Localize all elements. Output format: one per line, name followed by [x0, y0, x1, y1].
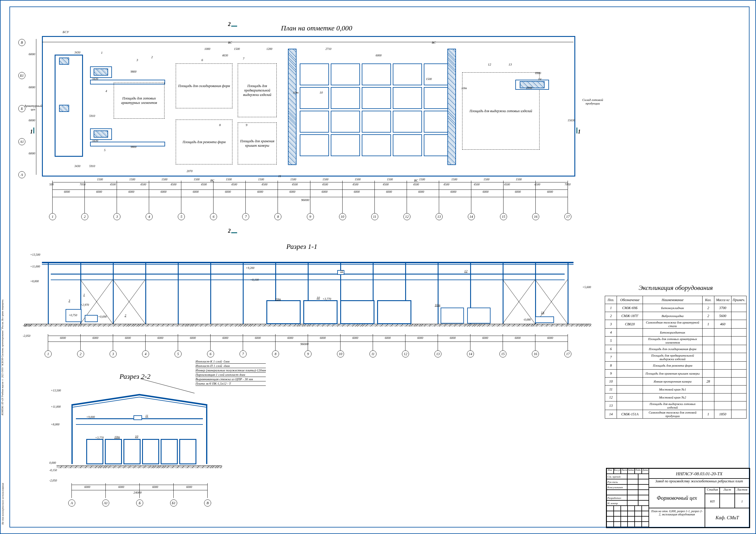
tb-desc: План на отм. 0,000, разрез 1-1, разрез 2…	[649, 508, 705, 527]
equipment-table: Поз.ОбозначениеНаименованиеКол.Масса кгП…	[605, 296, 746, 418]
area-9: Площадь для хранения крышек камеры	[238, 122, 277, 164]
label-bsu: БСУ	[63, 30, 69, 34]
tb-code: ННГАСУ-08.03.01-20-ТХ	[649, 468, 749, 478]
crane-2	[447, 49, 456, 165]
sec2-title: Разрез 2-2	[98, 373, 172, 381]
section-1-1	[42, 256, 574, 344]
label-sklad: Склад готовой продукции	[580, 98, 606, 105]
area-8: Площадь для ремонта форм	[176, 120, 232, 164]
sec1-mark-r: 1	[577, 127, 580, 135]
equip-box	[59, 58, 69, 65]
sec1-mark-l: 1	[30, 127, 34, 135]
tb-project: Завод по производству железобетонных реб…	[649, 478, 749, 487]
sec1-title: Разрез 1-1	[257, 243, 346, 251]
label-arm: Арматурный цех	[24, 104, 42, 111]
equip-box	[59, 105, 69, 112]
plan-title: План на отметке 0,000	[257, 24, 376, 32]
plan-view: Площадь для готовых арматурных элементов…	[42, 36, 575, 176]
equipment-title: Экспликация оборудования	[605, 284, 746, 292]
watermark-2: КОМПАС-3D v20 Учебная версия © 2021 ООО …	[1, 299, 4, 415]
sec2-mark-top: 2	[228, 21, 237, 27]
title-block: Изм.Кол.учЛист№док.Подп.ДатаСт. препод.Р…	[606, 468, 750, 528]
area-6: Площадь для складирования форм	[176, 64, 232, 108]
tb-sheet: Формовочный цех	[649, 487, 705, 508]
area-7: Площадь для предварительной выдержки изд…	[238, 64, 277, 117]
tb-dept: Каф. СМиТ	[705, 508, 749, 527]
drawing-sheet: Не для коммерческого использования КОМПА…	[0, 0, 756, 534]
roof-callout: Изопласт-К 1 слой -5ммИзопласт-П 1 слой …	[196, 359, 266, 386]
area-5: Площадь для готовых арматурных элементов	[114, 83, 165, 119]
sec2-mark-bot: 2	[228, 228, 237, 234]
crane-1	[288, 49, 296, 165]
watermark-1: Не для коммерческого использования	[1, 483, 4, 524]
section-2-2	[68, 390, 210, 488]
